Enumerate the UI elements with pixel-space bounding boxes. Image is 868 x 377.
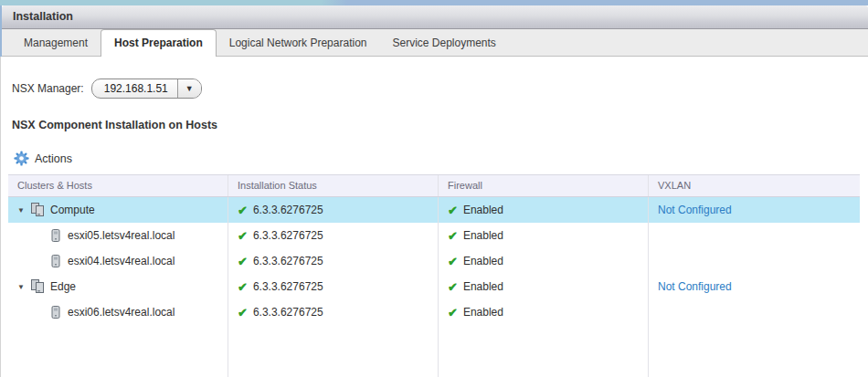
green-check-icon: ✔ bbox=[238, 306, 248, 319]
tab-host-preparation[interactable]: Host Preparation bbox=[101, 29, 217, 57]
nsx-manager-selected-value: 192.168.1.51 bbox=[92, 79, 177, 98]
green-check-icon: ✔ bbox=[448, 280, 458, 294]
column-header-installation-status[interactable]: Installation Status bbox=[228, 175, 438, 196]
host-name: esxi05.letsv4real.local bbox=[68, 229, 175, 242]
table-row-esxi05[interactable]: esxi05.letsv4real.local ✔ 6.3.3.6276725 … bbox=[8, 223, 860, 248]
column-header-clusters-hosts[interactable]: Clusters & Hosts bbox=[8, 175, 228, 196]
empty-cell bbox=[648, 325, 860, 377]
tab-service-deployments[interactable]: Service Deployments bbox=[379, 30, 508, 56]
green-check-icon: ✔ bbox=[448, 255, 458, 268]
installation-status-cell: ✔ 6.3.3.6276725 bbox=[228, 223, 438, 248]
column-header-firewall[interactable]: Firewall bbox=[438, 175, 648, 196]
host-cell: esxi06.letsv4real.local bbox=[8, 299, 228, 325]
vxlan-not-configured-link[interactable]: Not Configured bbox=[658, 204, 732, 216]
empty-cell bbox=[8, 325, 228, 377]
firewall-value: Enabled bbox=[463, 229, 503, 242]
green-check-icon: ✔ bbox=[448, 229, 458, 243]
firewall-cell: ✔ Enabled bbox=[438, 274, 648, 299]
nsx-installation-screen: Installation Management Host Preparation… bbox=[0, 0, 868, 377]
cluster-name: Compute bbox=[50, 204, 95, 216]
tab-bar: Management Host Preparation Logical Netw… bbox=[2, 29, 868, 57]
vxlan-not-configured-link[interactable]: Not Configured bbox=[658, 280, 732, 293]
installation-status-cell: ✔ 6.3.3.6276725 bbox=[228, 248, 438, 274]
green-check-icon: ✔ bbox=[238, 280, 248, 294]
table-row-esxi04[interactable]: esxi04.letsv4real.local ✔ 6.3.3.6276725 … bbox=[8, 248, 860, 274]
installation-status-value: 6.3.3.6276725 bbox=[253, 306, 323, 319]
vxlan-cell bbox=[648, 299, 860, 325]
firewall-value: Enabled bbox=[463, 280, 503, 293]
page-title: Installation bbox=[13, 10, 73, 23]
installation-status-value: 6.3.3.6276725 bbox=[253, 255, 323, 267]
tab-management[interactable]: Management bbox=[11, 30, 101, 56]
table-row-edge[interactable]: ▼ Edge ✔ 6.3.3.6276725 ✔ bbox=[8, 274, 860, 299]
vxlan-cell bbox=[648, 248, 860, 274]
firewall-value: Enabled bbox=[463, 306, 503, 319]
installation-status-cell: ✔ 6.3.3.6276725 bbox=[228, 197, 438, 223]
cluster-icon bbox=[30, 203, 46, 217]
firewall-cell: ✔ Enabled bbox=[438, 223, 648, 248]
top-block: Installation Management Host Preparation… bbox=[0, 5, 868, 57]
triangle-down-icon[interactable]: ▼ bbox=[17, 283, 30, 291]
cluster-cell: ▼ Edge bbox=[8, 274, 228, 299]
panel-title-bar: Installation bbox=[2, 5, 868, 29]
actions-button[interactable]: Actions bbox=[14, 151, 72, 166]
table-row-esxi06[interactable]: esxi06.letsv4real.local ✔ 6.3.3.6276725 … bbox=[8, 299, 860, 325]
host-icon bbox=[50, 305, 61, 319]
caret-down-icon[interactable]: ▼ bbox=[177, 79, 201, 98]
host-name: esxi06.letsv4real.local bbox=[68, 306, 175, 319]
green-check-icon: ✔ bbox=[238, 229, 248, 243]
green-check-icon: ✔ bbox=[448, 204, 458, 217]
green-check-icon: ✔ bbox=[238, 255, 248, 268]
empty-cell bbox=[438, 325, 648, 377]
firewall-value: Enabled bbox=[463, 204, 503, 216]
host-icon bbox=[50, 254, 61, 268]
host-preparation-content: NSX Manager: 192.168.1.51 ▼ NSX Componen… bbox=[0, 57, 868, 377]
column-header-vxlan[interactable]: VXLAN bbox=[648, 175, 860, 196]
triangle-down-icon[interactable]: ▼ bbox=[17, 206, 30, 215]
nsx-manager-label: NSX Manager: bbox=[12, 82, 84, 95]
cluster-icon bbox=[30, 279, 46, 294]
installation-status-cell: ✔ 6.3.3.6276725 bbox=[228, 274, 438, 299]
green-check-icon: ✔ bbox=[238, 204, 248, 217]
host-name: esxi04.letsv4real.local bbox=[68, 255, 175, 267]
nsx-manager-select[interactable]: 192.168.1.51 ▼ bbox=[91, 79, 202, 99]
vxlan-cell: Not Configured bbox=[648, 274, 860, 299]
tab-logical-network-preparation[interactable]: Logical Network Preparation bbox=[217, 30, 380, 56]
table-header-row: Clusters & Hosts Installation Status Fir… bbox=[8, 174, 860, 197]
empty-cell bbox=[228, 325, 438, 377]
firewall-value: Enabled bbox=[463, 255, 503, 267]
host-cell: esxi04.letsv4real.local bbox=[8, 248, 228, 274]
table-empty-area bbox=[8, 325, 860, 377]
table-row-compute[interactable]: ▼ Compute ✔ 6.3.3.6276725 ✔ bbox=[8, 197, 860, 223]
hosts-table: Clusters & Hosts Installation Status Fir… bbox=[8, 174, 860, 377]
cluster-cell: ▼ Compute bbox=[8, 197, 228, 223]
vxlan-cell: Not Configured bbox=[648, 197, 860, 223]
host-icon bbox=[50, 228, 61, 243]
firewall-cell: ✔ Enabled bbox=[438, 248, 648, 274]
firewall-cell: ✔ Enabled bbox=[438, 197, 648, 223]
installation-status-value: 6.3.3.6276725 bbox=[253, 204, 323, 216]
gear-icon bbox=[14, 151, 29, 166]
firewall-cell: ✔ Enabled bbox=[438, 299, 648, 325]
green-check-icon: ✔ bbox=[448, 306, 458, 319]
host-cell: esxi05.letsv4real.local bbox=[8, 223, 228, 248]
section-heading: NSX Component Installation on Hosts bbox=[12, 119, 868, 131]
actions-label: Actions bbox=[35, 152, 72, 165]
installation-status-value: 6.3.3.6276725 bbox=[253, 229, 323, 242]
vxlan-cell bbox=[648, 223, 860, 248]
installation-status-value: 6.3.3.6276725 bbox=[253, 280, 323, 293]
cluster-name: Edge bbox=[50, 280, 76, 293]
installation-status-cell: ✔ 6.3.3.6276725 bbox=[228, 299, 438, 325]
nsx-manager-row: NSX Manager: 192.168.1.51 ▼ bbox=[1, 57, 868, 99]
